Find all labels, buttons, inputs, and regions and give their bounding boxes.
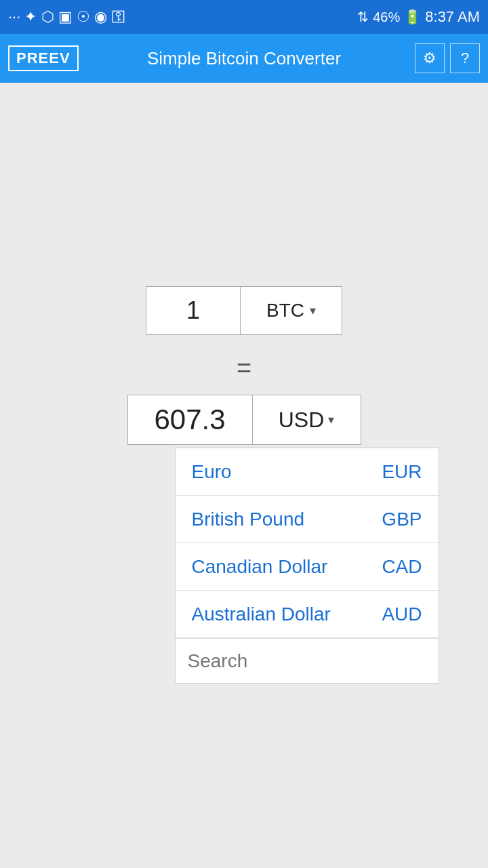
battery-percent: 46% bbox=[373, 9, 400, 25]
app-title: Simple Bitcoin Converter bbox=[147, 48, 341, 69]
result-row: 607.3 USD ▾ bbox=[127, 395, 361, 445]
status-bar-left: ··· ✦ ⬡ ▣ ☉ ◉ ⚿ bbox=[8, 8, 126, 26]
preev-logo[interactable]: PREEV bbox=[8, 45, 79, 71]
from-currency-arrow: ▾ bbox=[310, 303, 316, 318]
wifi-icon: ⇅ bbox=[357, 9, 369, 25]
to-currency-arrow: ▾ bbox=[328, 412, 334, 427]
currency-code-aud: AUD bbox=[382, 604, 422, 625]
status-bar-right: ⇅ 46% 🔋 8:37 AM bbox=[357, 8, 480, 26]
settings-button[interactable]: ⚙ bbox=[415, 43, 445, 73]
gear-icon: ⚙ bbox=[423, 50, 436, 67]
from-currency-label: BTC bbox=[266, 300, 304, 321]
status-time: 8:37 AM bbox=[425, 8, 480, 26]
amount-input[interactable] bbox=[146, 286, 241, 335]
app-bar: PREEV Simple Bitcoin Converter ⚙ ? bbox=[0, 34, 488, 83]
status-bar: ··· ✦ ⬡ ▣ ☉ ◉ ⚿ ⇅ 46% 🔋 8:37 AM bbox=[0, 0, 488, 34]
app-bar-actions: ⚙ ? bbox=[415, 43, 480, 73]
currency-dropdown-menu: Euro EUR British Pound GBP Canadian Doll… bbox=[175, 448, 439, 684]
question-icon: ? bbox=[461, 50, 469, 67]
currency-item-eur[interactable]: Euro EUR bbox=[176, 448, 439, 496]
from-converter-row: BTC ▾ bbox=[146, 286, 342, 335]
equals-sign: = bbox=[0, 355, 488, 381]
notification-icons: ··· ✦ ⬡ ▣ ☉ ◉ ⚿ bbox=[8, 8, 126, 26]
main-content: BTC ▾ = 607.3 USD ▾ Euro EUR British Pou… bbox=[0, 83, 488, 868]
currency-code-gbp: GBP bbox=[382, 509, 422, 530]
currency-code-eur: EUR bbox=[382, 461, 422, 483]
battery-icon: 🔋 bbox=[404, 9, 421, 25]
currency-name-gbp: British Pound bbox=[192, 509, 305, 530]
currency-item-aud[interactable]: Australian Dollar AUD bbox=[176, 591, 439, 638]
currency-code-cad: CAD bbox=[382, 556, 422, 578]
currency-item-gbp[interactable]: British Pound GBP bbox=[176, 496, 439, 543]
help-button[interactable]: ? bbox=[450, 43, 480, 73]
currency-item-cad[interactable]: Canadian Dollar CAD bbox=[176, 543, 439, 591]
currency-search-input[interactable] bbox=[188, 646, 426, 676]
result-value: 607.3 bbox=[127, 395, 253, 445]
to-currency-dropdown[interactable]: USD ▾ bbox=[253, 395, 361, 445]
currency-name-euro: Euro bbox=[192, 461, 232, 483]
to-currency-label: USD bbox=[279, 408, 325, 433]
from-currency-dropdown[interactable]: BTC ▾ bbox=[241, 286, 342, 335]
currency-name-aud: Australian Dollar bbox=[192, 604, 331, 625]
currency-name-cad: Canadian Dollar bbox=[192, 556, 328, 578]
currency-search-row bbox=[176, 638, 439, 683]
